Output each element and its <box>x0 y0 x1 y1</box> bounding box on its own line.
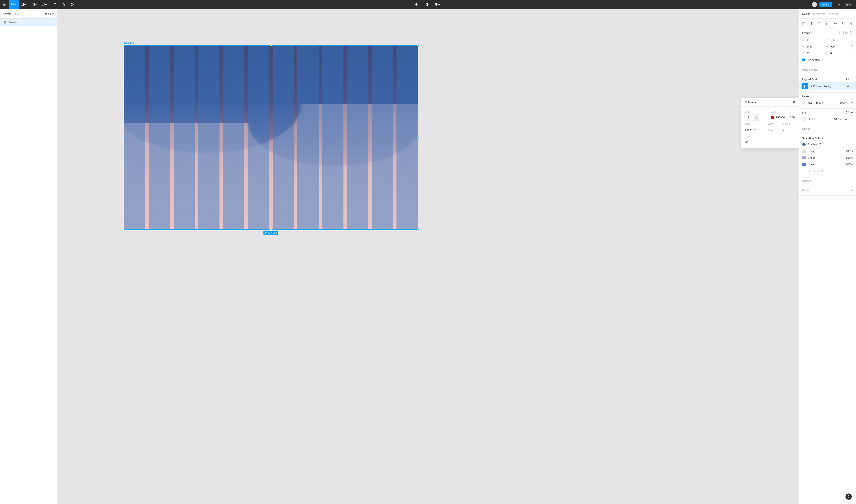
resize-handle[interactable] <box>417 229 419 230</box>
help-button[interactable]: ? <box>845 493 852 500</box>
resize-handle[interactable] <box>417 137 419 139</box>
corner-input[interactable]: 0 <box>831 52 849 55</box>
frame-tool[interactable] <box>19 0 30 9</box>
height-input[interactable]: 900 <box>831 45 849 48</box>
rotation-input[interactable]: 0° <box>807 52 825 55</box>
see-all-colors[interactable]: ⋮See all 7 colors <box>802 168 853 175</box>
present-button[interactable] <box>835 0 843 9</box>
landscape-button[interactable] <box>844 31 849 35</box>
layer-visibility[interactable] <box>850 101 853 104</box>
visibility-toggle[interactable] <box>846 85 849 88</box>
margin-label: Margin <box>783 123 795 125</box>
clip-content-checkbox[interactable]: ✓ <box>802 58 805 61</box>
tab-design[interactable]: Design <box>802 13 810 15</box>
resize-handle[interactable] <box>123 44 125 46</box>
move-tool[interactable] <box>8 0 19 9</box>
add-effect[interactable]: + <box>851 179 853 182</box>
remove-fill[interactable]: − <box>851 118 853 121</box>
add-fill[interactable]: + <box>851 111 853 114</box>
blend-icon <box>802 101 805 104</box>
close-icon[interactable]: ✕ <box>792 100 795 104</box>
component-icon[interactable] <box>412 0 421 9</box>
share-button[interactable]: Share <box>819 2 832 7</box>
layout-grid-header: Layout Grid <box>802 78 817 80</box>
selection-color-item[interactable]: Linear100% <box>802 148 853 155</box>
grid-styles-icon[interactable] <box>846 77 849 81</box>
chevron-down-icon[interactable] <box>754 114 759 121</box>
layout-grid-item[interactable]: 12 Columns (Auto) − <box>799 82 856 90</box>
align-top[interactable] <box>824 20 831 26</box>
tab-layers[interactable]: Layers <box>3 13 11 15</box>
resize-handle[interactable] <box>123 137 125 139</box>
add-grid[interactable]: + <box>851 77 853 81</box>
menu-button[interactable] <box>0 0 8 9</box>
resize-to-fit-icon[interactable] <box>850 31 853 35</box>
selection-colors-header: Selection Colors <box>802 137 823 140</box>
tab-prototype[interactable]: Prototype <box>814 13 825 15</box>
portrait-button[interactable] <box>839 31 843 35</box>
frame-section-header[interactable]: Frame <box>802 32 810 34</box>
selection-color-item[interactable]: Linear100% <box>802 155 853 161</box>
constrain-icon[interactable] <box>850 45 853 48</box>
user-avatar[interactable] <box>812 2 817 7</box>
comment-tool[interactable] <box>68 0 76 9</box>
zoom-control[interactable]: 86% <box>845 3 853 6</box>
tab-inspect[interactable]: Inspect <box>829 13 838 15</box>
align-h-center[interactable] <box>808 20 815 26</box>
svg-point-13 <box>848 111 849 112</box>
frame-content <box>124 46 418 229</box>
align-bottom[interactable] <box>840 20 847 26</box>
count-label: Count <box>745 110 769 113</box>
fill-item[interactable]: FFFFFF 100% − <box>802 116 853 122</box>
add-export[interactable]: + <box>851 189 853 192</box>
boolean-icon[interactable] <box>433 0 444 9</box>
corner-icon <box>826 52 829 55</box>
text-tool[interactable] <box>51 0 59 9</box>
gutter-input[interactable]: 20 <box>745 139 795 145</box>
add-auto-layout[interactable]: + <box>851 68 853 71</box>
selected-frame[interactable]: 1432 × 900 <box>124 46 418 230</box>
count-input[interactable]: 12 <box>745 114 759 121</box>
grid-color-input[interactable]: FF000020% <box>771 114 795 121</box>
selection-color-item[interactable]: Gradient 20 <box>802 141 853 148</box>
fill-styles-icon[interactable] <box>846 111 849 114</box>
svg-point-10 <box>848 86 848 86</box>
width-input[interactable]: 1432 <box>807 45 825 48</box>
clip-content-label: Clip content <box>807 58 820 61</box>
svg-point-12 <box>846 111 847 112</box>
resize-handle[interactable] <box>270 44 272 46</box>
hand-tool[interactable] <box>59 0 68 9</box>
stroke-header: Stroke <box>802 127 810 130</box>
type-select[interactable]: Stretch <box>745 126 766 133</box>
remove-grid[interactable]: − <box>851 85 853 88</box>
resize-handle[interactable] <box>270 229 272 230</box>
shape-tool[interactable] <box>30 0 40 9</box>
align-v-center[interactable] <box>832 20 839 26</box>
width-input: Auto <box>768 126 781 133</box>
svg-point-11 <box>851 102 852 103</box>
fill-visibility[interactable] <box>844 118 848 121</box>
canvas[interactable]: Desktop - 1 1432 × 900 <box>57 9 799 504</box>
right-panel: Design Prototype Inspect Frame <box>799 9 856 504</box>
tab-assets[interactable]: Assets• <box>15 12 23 16</box>
layer-item-desktop[interactable]: Desktop - 1 <box>0 19 57 26</box>
pen-tool[interactable] <box>40 0 51 9</box>
x-input[interactable]: 4 <box>807 38 827 41</box>
page-selector[interactable]: Page 1 <box>43 13 54 15</box>
add-stroke[interactable]: + <box>851 127 853 130</box>
y-input[interactable]: 0 <box>833 38 853 41</box>
align-right[interactable] <box>816 20 823 26</box>
frame-label[interactable]: Desktop - 1 <box>124 41 138 44</box>
distribute[interactable] <box>848 20 855 26</box>
popover-type-select[interactable]: Columns <box>745 101 759 104</box>
svg-rect-4 <box>841 32 842 34</box>
resize-handle[interactable] <box>417 44 419 46</box>
mask-icon[interactable] <box>423 0 431 9</box>
blend-mode-select[interactable]: Pass Through <box>807 101 823 104</box>
independent-corners-icon[interactable] <box>850 52 853 55</box>
layer-opacity-input[interactable]: 100% <box>840 101 846 104</box>
align-left[interactable] <box>800 20 807 26</box>
margin-input[interactable]: 0 <box>783 126 795 133</box>
resize-handle[interactable] <box>123 229 125 230</box>
selection-color-item[interactable]: Linear100% <box>802 161 853 168</box>
